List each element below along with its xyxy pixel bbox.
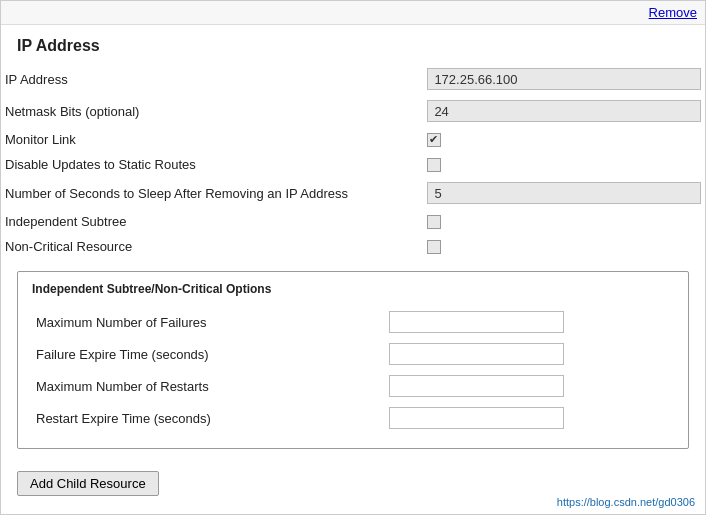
failure-expire-cell <box>385 338 674 370</box>
remove-link[interactable]: Remove <box>649 5 697 20</box>
non-critical-label: Non-Critical Resource <box>1 234 423 259</box>
restart-expire-field[interactable] <box>389 407 564 429</box>
sleep-seconds-cell <box>423 177 705 209</box>
table-row: Non-Critical Resource <box>1 234 705 259</box>
table-row: Number of Seconds to Sleep After Removin… <box>1 177 705 209</box>
ip-address-cell <box>423 63 705 95</box>
independent-subtree-label: Independent Subtree <box>1 209 423 234</box>
independent-subtree-checkbox[interactable] <box>427 215 441 229</box>
failure-expire-label: Failure Expire Time (seconds) <box>32 338 385 370</box>
max-restarts-cell <box>385 370 674 402</box>
page-container: Remove IP Address IP Address Netmask Bit… <box>0 0 706 515</box>
netmask-bits-field[interactable] <box>427 100 701 122</box>
max-restarts-label: Maximum Number of Restarts <box>32 370 385 402</box>
table-row: Failure Expire Time (seconds) <box>32 338 674 370</box>
ip-address-label: IP Address <box>1 63 423 95</box>
max-restarts-field[interactable] <box>389 375 564 397</box>
watermark-text: https://blog.csdn.net/gd0306 <box>557 496 695 508</box>
table-row: Disable Updates to Static Routes <box>1 152 705 177</box>
non-critical-checkbox[interactable] <box>427 240 441 254</box>
table-row: IP Address <box>1 63 705 95</box>
max-failures-cell <box>385 306 674 338</box>
disable-updates-label: Disable Updates to Static Routes <box>1 152 423 177</box>
restart-expire-label: Restart Expire Time (seconds) <box>32 402 385 434</box>
max-failures-field[interactable] <box>389 311 564 333</box>
subtree-options-box: Independent Subtree/Non-Critical Options… <box>17 271 689 449</box>
main-form-table: IP Address Netmask Bits (optional) Monit… <box>1 63 705 259</box>
add-child-resource-button[interactable]: Add Child Resource <box>17 471 159 496</box>
subtree-legend: Independent Subtree/Non-Critical Options <box>32 282 674 296</box>
monitor-link-checkbox[interactable] <box>427 133 441 147</box>
max-failures-label: Maximum Number of Failures <box>32 306 385 338</box>
netmask-bits-label: Netmask Bits (optional) <box>1 95 423 127</box>
restart-expire-cell <box>385 402 674 434</box>
table-row: Maximum Number of Failures <box>32 306 674 338</box>
netmask-bits-cell <box>423 95 705 127</box>
subtree-form-table: Maximum Number of Failures Failure Expir… <box>32 306 674 434</box>
sleep-seconds-field[interactable] <box>427 182 701 204</box>
failure-expire-field[interactable] <box>389 343 564 365</box>
ip-address-field[interactable] <box>427 68 701 90</box>
section-title: IP Address <box>1 25 705 63</box>
table-row: Maximum Number of Restarts <box>32 370 674 402</box>
disable-updates-checkbox[interactable] <box>427 158 441 172</box>
sleep-seconds-label: Number of Seconds to Sleep After Removin… <box>1 177 423 209</box>
independent-subtree-cell <box>423 209 705 234</box>
table-row: Netmask Bits (optional) <box>1 95 705 127</box>
disable-updates-cell <box>423 152 705 177</box>
non-critical-cell <box>423 234 705 259</box>
top-bar: Remove <box>1 1 705 25</box>
monitor-link-cell <box>423 127 705 152</box>
table-row: Independent Subtree <box>1 209 705 234</box>
table-row: Monitor Link <box>1 127 705 152</box>
monitor-link-label: Monitor Link <box>1 127 423 152</box>
table-row: Restart Expire Time (seconds) <box>32 402 674 434</box>
